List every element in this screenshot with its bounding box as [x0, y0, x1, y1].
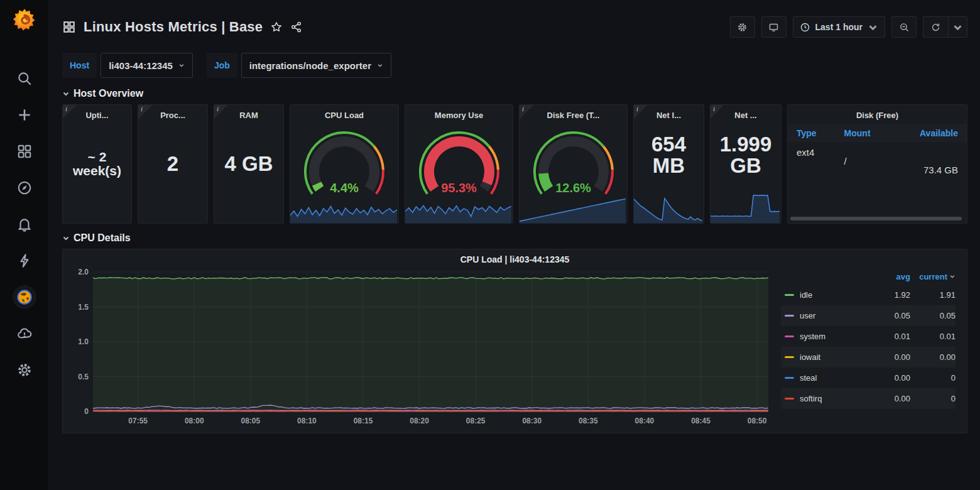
table-body: ext4/73.4 GB — [788, 142, 967, 180]
legend-row: softirq0.000 — [781, 388, 956, 409]
stat-value: ~ 2 — [88, 150, 107, 164]
time-range-label: Last 1 hour — [815, 22, 863, 32]
svg-text:08:40: 08:40 — [635, 416, 655, 425]
variable-label-host[interactable]: Host — [62, 53, 97, 78]
series-label[interactable]: system — [800, 332, 875, 341]
settings-gear-icon[interactable] — [16, 362, 33, 378]
panel-title[interactable]: CPU Load | li403-44:12345 — [70, 254, 959, 264]
grafana-logo-icon[interactable] — [11, 6, 38, 34]
stat-value: 1.999 — [720, 134, 772, 155]
variable-value-job[interactable]: integrations/node_exporter — [241, 53, 391, 78]
svg-text:0.5: 0.5 — [78, 373, 89, 381]
column-header-available[interactable]: Available — [896, 128, 958, 138]
lightning-icon[interactable] — [16, 253, 33, 269]
share-icon[interactable] — [290, 21, 303, 33]
chevron-down-icon — [952, 22, 963, 33]
series-label[interactable]: user — [800, 311, 875, 320]
panel-info-icon[interactable]: i — [520, 105, 533, 119]
explore-compass-icon[interactable] — [16, 180, 33, 196]
app-root: Linux Hosts Metrics | Base Last 1 hour — [0, 0, 980, 490]
svg-text:08:50: 08:50 — [748, 416, 767, 425]
cpu-sparkline — [290, 199, 397, 223]
stat-value: 4 GB — [224, 153, 273, 175]
series-label[interactable]: iowait — [800, 352, 875, 362]
stat-value: GB — [730, 155, 761, 177]
star-icon[interactable] — [270, 21, 283, 33]
sidebar — [0, 0, 49, 490]
section-host-overview[interactable]: Host Overview — [62, 88, 967, 99]
column-header-type[interactable]: Type — [797, 128, 844, 138]
svg-text:08:35: 08:35 — [579, 416, 598, 425]
panel-memory-use-gauge: Memory Use 95.3% — [405, 104, 513, 224]
series-label[interactable]: softirq — [800, 394, 875, 403]
create-plus-icon[interactable] — [16, 107, 33, 123]
alerting-bell-icon[interactable] — [16, 216, 33, 232]
dashboard-grid-icon — [62, 20, 76, 34]
panel-title[interactable]: Disk (Free) — [788, 105, 967, 120]
panel-info-icon[interactable]: i — [214, 105, 228, 119]
chevron-down-icon — [949, 273, 956, 280]
tv-mode-button[interactable] — [761, 16, 787, 38]
series-avg: 0.00 — [875, 394, 910, 403]
gauge-value: 4.4% — [290, 181, 398, 195]
series-avg: 1.92 — [875, 290, 910, 300]
table-row: ext4/73.4 GB — [788, 142, 967, 180]
chart-legend: avg current idle1.921.91user0.050.05syst… — [772, 267, 959, 432]
legend-row: idle1.921.91 — [781, 285, 956, 305]
cloud-alert-icon[interactable] — [16, 325, 33, 342]
legend-row: user0.050.05 — [781, 305, 956, 326]
section-title: Host Overview — [74, 88, 143, 99]
host-overview-row: i Upti... ~ 2week(s) i Proc... 2 i RAM 4… — [62, 104, 967, 224]
table-header: Type Mount Available — [788, 124, 967, 142]
svg-text:0: 0 — [84, 407, 89, 416]
clock-icon — [800, 22, 810, 33]
panel-info-icon[interactable]: i — [138, 105, 152, 119]
dashboards-grid-icon[interactable] — [16, 143, 33, 160]
svg-text:07:55: 07:55 — [128, 416, 148, 425]
variable-label-job[interactable]: Job — [207, 53, 237, 78]
svg-text:1.5: 1.5 — [78, 303, 89, 312]
panel-title[interactable]: CPU Load — [290, 105, 398, 120]
legend-row: system0.010.01 — [781, 326, 956, 347]
search-icon[interactable] — [16, 70, 33, 87]
legend-sort-current[interactable]: current — [910, 272, 956, 281]
panel-info-icon[interactable]: i — [63, 105, 77, 119]
panel-disk-free-gauge: i Disk Free (T... 12.6% — [519, 104, 628, 224]
memory-sparkline — [405, 198, 511, 223]
series-label[interactable]: idle — [800, 290, 875, 300]
panel-ram: i RAM 4 GB — [214, 104, 284, 224]
series-current: 0.01 — [910, 332, 956, 341]
table-scrollbar[interactable] — [790, 217, 962, 220]
panel-info-icon[interactable]: i — [710, 105, 724, 119]
panel-net-in: i Net I... 654MB — [633, 104, 704, 224]
dashboard-settings-button[interactable] — [730, 16, 755, 38]
svg-text:08:05: 08:05 — [241, 416, 260, 425]
column-header-mount[interactable]: Mount — [844, 128, 896, 138]
time-range-picker[interactable]: Last 1 hour — [793, 16, 885, 38]
svg-text:08:00: 08:00 — [185, 416, 204, 425]
template-variables-row: Host li403-44:12345 Job integrations/nod… — [62, 53, 967, 78]
legend-sort-avg[interactable]: avg — [875, 272, 910, 281]
series-color-swatch — [785, 356, 794, 358]
refresh-interval-dropdown[interactable] — [948, 16, 967, 38]
cpu-load-timeseries[interactable]: 00.51.01.52.007:5508:0008:0508:1008:1508… — [70, 267, 772, 432]
world-app-icon[interactable] — [16, 289, 33, 305]
series-color-swatch — [785, 377, 794, 379]
stat-value: 654 — [651, 134, 686, 155]
panel-info-icon[interactable]: i — [634, 105, 648, 119]
gauge-value: 12.6% — [520, 181, 627, 195]
series-label[interactable]: steal — [800, 373, 875, 383]
refresh-button[interactable] — [923, 16, 948, 38]
variable-value-host[interactable]: li403-44:12345 — [101, 53, 193, 78]
series-avg: 0.01 — [875, 332, 910, 341]
zoom-out-button[interactable] — [891, 16, 917, 38]
panel-cpu-load-chart: CPU Load | li403-44:12345 00.51.01.52.00… — [62, 249, 967, 433]
section-cpu-details[interactable]: CPU Details — [62, 232, 967, 244]
panel-title[interactable]: Disk Free (T... — [520, 105, 627, 120]
chevron-down-icon — [868, 22, 878, 33]
table-cell: 73.4 GB — [896, 147, 958, 175]
variable-host-value-text: li403-44:12345 — [109, 60, 173, 71]
series-avg: 0.00 — [875, 373, 910, 383]
panel-title[interactable]: Memory Use — [405, 105, 513, 120]
chevron-down-icon — [377, 62, 383, 68]
